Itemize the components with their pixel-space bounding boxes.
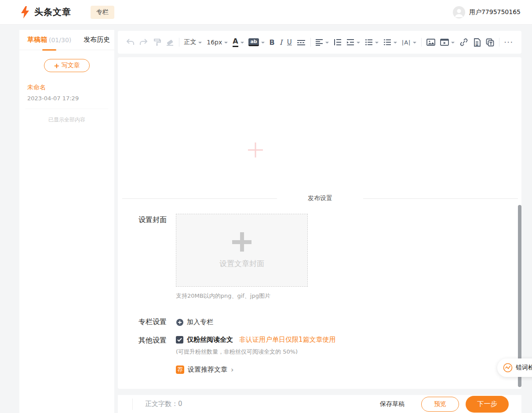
column-badge[interactable]: 专栏 (91, 6, 114, 19)
line-height-button[interactable] (334, 35, 342, 49)
font-size-dropdown[interactable]: 16px (207, 35, 228, 49)
horizontal-rule-icon (297, 39, 306, 46)
ordered-list-dropdown[interactable] (383, 35, 397, 49)
word-count-value: 0 (178, 400, 182, 408)
active-tab-underline (42, 49, 56, 51)
preview-button[interactable]: 预览 (421, 397, 459, 412)
fans-only-label[interactable]: 仅粉丝阅读全文 (187, 336, 233, 344)
highlight-color-button[interactable]: ab (248, 35, 264, 49)
ordered-list-icon (383, 39, 391, 46)
plus-icon (232, 232, 251, 252)
set-recommend-articles-button[interactable]: 荐 设置推荐文章 › (176, 365, 336, 374)
footer-divider (132, 398, 133, 410)
toolbar-divider (310, 38, 311, 47)
redo-icon (139, 38, 148, 46)
paste-text-icon (486, 38, 494, 47)
footer-bar: 正文字数：0 保存草稿 预览 下一步 (118, 395, 521, 413)
bold-icon: B (270, 38, 275, 47)
tab-publish-history[interactable]: 发布历史 (84, 30, 110, 50)
cover-hint: 支持20MB以内的png、gif、jpg图片 (176, 292, 308, 300)
clear-format-button[interactable] (166, 35, 174, 49)
font-color-icon: A (233, 38, 238, 47)
align-dropdown[interactable] (315, 35, 329, 49)
indent-icon (346, 39, 354, 46)
word-doc-icon: w (473, 38, 481, 47)
other-settings-row: 其他设置 仅粉丝阅读全文 非认证用户单日仅限1篇文章使用 (可提升粉丝数量，非粉… (138, 336, 336, 374)
check-icon (177, 338, 182, 342)
top-header: 头条文章 专栏 用户7795750165 (0, 0, 532, 25)
link-icon (459, 38, 468, 46)
highlight-color-icon: ab (248, 38, 259, 46)
letter-spacing-dropdown[interactable]: |A| (402, 35, 417, 49)
format-painter-icon (153, 38, 161, 46)
insert-link-button[interactable] (459, 35, 468, 49)
underline-button[interactable]: U (287, 35, 292, 49)
insert-image-button[interactable] (426, 35, 435, 49)
draft-timestamp: 2023-04-07 17:29 (27, 95, 106, 102)
paste-plain-text-button[interactable] (486, 35, 494, 49)
draft-title: 未命名 (27, 84, 106, 91)
toolbar-divider (421, 38, 422, 47)
add-to-column-label: 加入专栏 (187, 318, 213, 326)
italic-button[interactable]: I (280, 35, 282, 49)
sidebar-tabs: 草稿箱 (01/30) 发布历史 (19, 30, 114, 50)
bullet-list-dropdown[interactable] (365, 35, 379, 49)
draft-list-item[interactable]: 未命名 2023-04-07 17:29 (26, 84, 108, 109)
person-icon (453, 6, 465, 18)
crosshair-cursor (248, 142, 263, 158)
chevron-down-icon (375, 42, 379, 45)
chevron-down-icon (325, 42, 329, 45)
typo-check-button[interactable]: 错词检查 (497, 358, 532, 377)
svg-text:w: w (475, 43, 478, 47)
horizontal-rule-button[interactable] (297, 35, 306, 49)
chevron-down-icon (240, 42, 244, 45)
paragraph-style-value: 正文 (184, 38, 196, 46)
paragraph-style-dropdown[interactable]: 正文 (184, 35, 202, 49)
add-to-column-button[interactable]: 加入专栏 (176, 318, 213, 326)
tab-drafts[interactable]: 草稿箱 (01/30) (27, 30, 71, 50)
fans-only-hint: (可提升粉丝数量，非粉丝仅可阅读全文的 50%) (176, 348, 336, 356)
bold-button[interactable]: B (270, 35, 275, 49)
ellipsis-icon: ··· (504, 38, 513, 47)
import-word-button[interactable]: w (473, 35, 481, 49)
write-article-button[interactable]: + 写文章 (44, 59, 90, 72)
user-avatar[interactable] (453, 6, 465, 18)
publish-settings-title: 发布设置 (308, 194, 332, 202)
save-draft-button[interactable]: 保存草稿 (380, 400, 404, 408)
recommend-label: 设置推荐文章 (188, 365, 227, 374)
indent-dropdown[interactable] (346, 35, 360, 49)
cover-placeholder: 设置文章封面 (219, 259, 264, 269)
publish-settings-divider: 发布设置 (122, 194, 518, 202)
font-size-value: 16px (207, 39, 222, 46)
username: 用户7795750165 (469, 8, 521, 16)
tab-drafts-count: (01/30) (49, 37, 71, 44)
chevron-down-icon (394, 42, 397, 45)
typo-check-icon (503, 363, 513, 373)
fans-limit-link[interactable]: 非认证用户单日仅限1篇文章使用 (239, 336, 336, 344)
chevron-down-icon (451, 42, 455, 45)
format-painter-button[interactable] (153, 35, 161, 49)
write-article-label: 写文章 (62, 62, 80, 69)
undo-icon (126, 38, 135, 46)
cover-upload-box[interactable]: 设置文章封面 (176, 214, 308, 287)
more-tools-button[interactable]: ··· (504, 35, 513, 49)
next-step-button[interactable]: 下一步 (466, 396, 509, 413)
insert-video-dropdown[interactable] (440, 35, 455, 49)
toolbar-divider (499, 38, 499, 47)
align-left-icon (315, 39, 323, 46)
fans-only-checkbox[interactable] (176, 336, 183, 344)
cover-label: 设置封面 (138, 214, 176, 300)
other-settings-label: 其他设置 (138, 336, 176, 374)
toolbar-divider (179, 38, 179, 47)
column-setting-row: 专栏设置 加入专栏 (138, 318, 213, 327)
typo-check-label: 错词检查 (516, 364, 532, 372)
app-title: 头条文章 (34, 6, 71, 18)
redo-button[interactable] (139, 35, 148, 49)
font-color-button[interactable]: A (233, 35, 244, 49)
undo-button[interactable] (126, 35, 135, 49)
eraser-icon (166, 38, 174, 46)
chevron-right-icon: › (231, 365, 233, 374)
circle-plus-icon (176, 318, 184, 326)
editor-panel[interactable]: 发布设置 设置封面 设置文章封面 支持20MB以内的png、gif、jpg图片 … (118, 57, 521, 389)
line-height-icon (334, 39, 342, 46)
